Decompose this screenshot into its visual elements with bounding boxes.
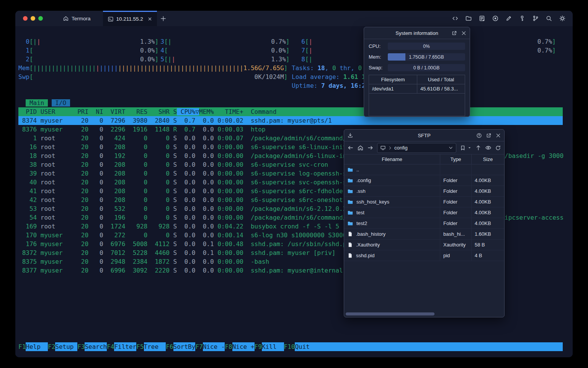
terminal-icon: [108, 16, 114, 22]
fkey-F3[interactable]: F3: [77, 342, 85, 351]
cpu-meter-5: 5[|| 1.3%]: [153, 55, 289, 64]
home-icon[interactable]: [357, 145, 364, 151]
process-table-header[interactable]: PID USER PRI NI VIRT RES SHR S CPU%▽MEM%…: [18, 107, 563, 116]
folder-icon[interactable]: [465, 15, 472, 22]
minimize-window-button[interactable]: [31, 16, 35, 21]
search-icon[interactable]: [546, 15, 552, 22]
cpu-progress-text: 0%: [388, 43, 465, 50]
filesystem-usage[interactable]: 45.61GB / 58.3...: [417, 84, 465, 94]
open-in-window-icon[interactable]: [451, 30, 457, 36]
fkey-F9[interactable]: F9: [255, 342, 262, 351]
sftp-row-.bash_history[interactable]: .bash_historybash_hi...1.60KB: [344, 229, 504, 240]
folder-icon: [347, 210, 353, 216]
tab-close-icon[interactable]: [147, 16, 152, 21]
pencil-icon[interactable]: [505, 15, 512, 22]
fkey-F10[interactable]: F10: [284, 342, 295, 351]
fkey-label-F3[interactable]: Search: [85, 342, 107, 351]
file-icon: [347, 253, 353, 258]
sftp-row-ssh_host_keys[interactable]: ssh_host_keysFolder4.00KB: [344, 197, 504, 207]
close-window-button[interactable]: [23, 16, 28, 21]
path-breadcrumb[interactable]: config: [377, 143, 456, 153]
sftp-row-.Xauthority[interactable]: .XauthorityXauthority58 B: [344, 240, 504, 250]
filename-col-header[interactable]: Filename: [344, 154, 440, 164]
fkey-F5[interactable]: F5: [136, 342, 144, 351]
memory-meter: Mem[||||||||||||||||||||||||||||||||||||…: [18, 64, 287, 72]
cpu-meter-1: 1[ 0.0%]: [18, 46, 158, 55]
new-tab-button[interactable]: [157, 11, 170, 26]
fkey-label-F1[interactable]: Help: [26, 342, 48, 351]
column-header-cpu-sorted[interactable]: CPU%▽: [177, 108, 199, 115]
file-type: Xauthority: [440, 240, 471, 250]
chevron-down-icon[interactable]: [448, 145, 453, 150]
used-total-col-header: Used / Total: [417, 75, 465, 84]
htop-tab-io[interactable]: I/O: [52, 99, 70, 107]
open-in-window-icon[interactable]: [486, 133, 492, 138]
fkey-label-F5[interactable]: Tree: [144, 342, 166, 351]
scrollbar-thumb[interactable]: [346, 312, 434, 315]
htop-function-key-bar: F1Help F2Setup F3SearchF4FilterF5Tree F6…: [18, 342, 563, 351]
folder-icon: [347, 188, 353, 194]
tasks-line: Tasks: 18, 0 thr, 0: [292, 64, 362, 72]
fkey-F1[interactable]: F1: [18, 342, 26, 351]
refresh-icon[interactable]: [495, 145, 501, 151]
tab-home[interactable]: Termora: [59, 11, 95, 26]
type-col-header[interactable]: Type: [440, 154, 471, 164]
eye-icon[interactable]: [485, 145, 492, 151]
fkey-F6[interactable]: F6: [166, 342, 173, 351]
sftp-row-sshd.pid[interactable]: sshd.pidpid4 B: [344, 250, 504, 261]
fkey-label-F7[interactable]: Nice -: [203, 342, 225, 351]
branch-icon[interactable]: [532, 15, 539, 22]
size-col-header[interactable]: Size: [471, 154, 504, 164]
horizontal-scrollbar[interactable]: [345, 312, 503, 316]
sftp-row-test2[interactable]: test2Folder4.00KB: [344, 218, 504, 229]
htop-tab-main[interactable]: Main: [26, 99, 48, 107]
file-size: 1.60KB: [471, 229, 504, 239]
titlebar-actions: [452, 15, 573, 22]
fkey-label-F9[interactable]: Kill: [262, 342, 284, 351]
fkey-label-F2[interactable]: Setup: [55, 342, 77, 351]
filesystem-name[interactable]: /dev/vda1: [369, 84, 417, 94]
fkey-F2[interactable]: F2: [48, 342, 55, 351]
fkey-F4[interactable]: F4: [107, 342, 114, 351]
file-type: Folder: [440, 175, 471, 186]
fkey-label-F10[interactable]: Quit: [295, 342, 563, 351]
record-icon[interactable]: [492, 15, 499, 22]
close-icon[interactable]: [495, 133, 501, 138]
zoom-window-button[interactable]: [38, 16, 43, 21]
file-type: Folder: [440, 197, 471, 207]
sftp-title-bar[interactable]: SFTP: [344, 130, 504, 141]
fkey-F7[interactable]: F7: [195, 342, 203, 351]
sftp-row-..[interactable]: ..: [344, 164, 504, 175]
file-size: 4.00KB: [471, 186, 504, 196]
screen: Termora 10.211.55.2: [0, 0, 588, 368]
settings-gear-icon[interactable]: [559, 15, 566, 22]
cpu-meter-2: 2[ 0.0%]: [18, 55, 158, 64]
fkey-label-F6[interactable]: SortBy: [173, 342, 196, 351]
notes-icon[interactable]: [479, 15, 485, 22]
folder-icon: [347, 220, 353, 227]
bookmark-icon[interactable]: [460, 145, 466, 151]
code-icon[interactable]: [452, 15, 459, 22]
cpu-meter-4: 4[ 0.0%]: [153, 46, 289, 55]
back-arrow-icon[interactable]: [347, 145, 354, 151]
sftp-toolbar: config: [344, 141, 504, 154]
fkey-label-F4[interactable]: Filter: [114, 342, 136, 351]
bookmark-caret-down-icon[interactable]: [467, 146, 472, 150]
download-icon[interactable]: [347, 132, 353, 138]
sftp-row-test[interactable]: testFolder4.00KB: [344, 207, 504, 218]
cpu-meter-3: 3[| 0.7%]: [153, 37, 289, 46]
fkey-F8[interactable]: F8: [225, 342, 232, 351]
process-row-pid-8374[interactable]: 8374 myuser 20 0 7296 3980 2840 S 0.7 0.…: [18, 116, 563, 125]
filesystem-table: Filesystem Used / Total /dev/vda1 45.61G…: [369, 75, 465, 116]
system-info-title-bar[interactable]: System information: [364, 27, 470, 39]
sftp-row-.config[interactable]: .configFolder4.00KB: [344, 175, 504, 186]
up-arrow-icon[interactable]: [475, 145, 482, 151]
tab-active-session[interactable]: 10.211.55.2: [103, 11, 157, 26]
sftp-row-.ssh[interactable]: .sshFolder4.00KB: [344, 186, 504, 197]
breadcrumb-path: config: [394, 145, 408, 151]
close-icon[interactable]: [461, 30, 467, 36]
key-icon[interactable]: [519, 15, 526, 22]
forward-arrow-icon[interactable]: [367, 145, 374, 151]
fkey-label-F8[interactable]: Nice +: [232, 342, 255, 351]
help-icon[interactable]: [476, 133, 482, 138]
